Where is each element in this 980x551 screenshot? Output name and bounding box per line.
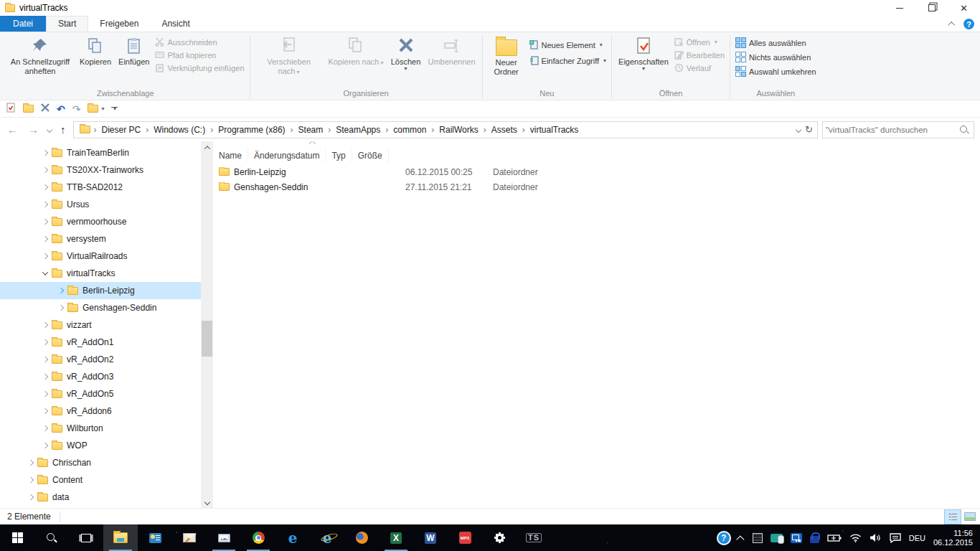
tree-item[interactable]: vR_Addon6 (0, 402, 213, 420)
language-indicator[interactable]: DEU (909, 534, 925, 542)
word-icon[interactable]: W (413, 524, 448, 551)
chevron-icon[interactable] (42, 167, 48, 173)
copy-button[interactable]: Kopieren (76, 34, 115, 68)
properties-button[interactable]: Eigenschaften ▾ (615, 34, 672, 72)
column-header[interactable]: Änderungsdatum (248, 149, 326, 162)
chevron-icon[interactable] (42, 374, 48, 380)
scroll-up-icon[interactable] (201, 141, 213, 154)
taskview-icon[interactable] (69, 524, 103, 551)
column-header[interactable]: Größe (352, 149, 389, 162)
chrome-icon[interactable] (241, 524, 275, 551)
tree-item[interactable]: vR_AddOn3 (0, 368, 213, 385)
chevron-icon[interactable] (58, 288, 64, 293)
chevron-icon[interactable] (42, 357, 48, 362)
chevron-icon[interactable] (42, 339, 48, 345)
breadcrumb-item[interactable]: RailWorks (435, 123, 482, 136)
invert-selection-button[interactable]: Auswahl umkehren (733, 65, 819, 77)
chevron-icon[interactable] (42, 269, 48, 275)
tree-item[interactable]: vR_AddOn1 (0, 334, 213, 351)
chevron-icon[interactable] (42, 253, 48, 259)
new-item-button[interactable]: Neues Element▾ (527, 39, 609, 50)
tab-freigeben[interactable]: Freigeben (88, 17, 150, 32)
chevron-icon[interactable] (42, 425, 48, 431)
breadcrumb-item[interactable]: SteamApps (331, 123, 385, 136)
qat-share-button[interactable]: ▾ (88, 105, 104, 113)
tree-item[interactable]: data (0, 489, 213, 506)
forward-button[interactable]: → (25, 123, 42, 136)
chevron-icon[interactable] (42, 219, 48, 225)
paste-shortcut-button[interactable]: Verknüpfung einfügen (153, 62, 246, 73)
grid-tray-icon[interactable] (753, 533, 763, 543)
tree-item[interactable]: virtualTracks (0, 265, 213, 282)
details-view-button[interactable] (944, 509, 961, 524)
file-row[interactable]: Berlin-Leipzig 06.12.2015 00:25 Dateiord… (213, 164, 980, 179)
breadcrumb-item[interactable]: common (389, 123, 430, 136)
search-input[interactable] (823, 126, 959, 134)
paste-button[interactable]: Einfügen (115, 34, 153, 68)
tree-item[interactable]: Ursus (0, 196, 213, 213)
chevron-icon[interactable] (42, 443, 48, 448)
firefox-icon[interactable] (344, 524, 379, 551)
tab-datei[interactable]: Datei (0, 16, 46, 32)
explorer-icon[interactable] (103, 524, 138, 551)
search-icon[interactable] (34, 524, 69, 551)
tree-item[interactable]: vR_AddOn5 (0, 385, 213, 402)
delete-button[interactable]: Löschen ▾ (387, 34, 425, 72)
open-button[interactable]: Öffnen▾ (672, 37, 727, 47)
excel-icon[interactable]: X (379, 524, 413, 551)
breadcrumb-item[interactable]: Dieser PC (98, 123, 146, 136)
help-tray-icon[interactable]: ? (717, 531, 731, 545)
new-folder-button[interactable]: Neuer Ordner (486, 34, 527, 78)
tree-item[interactable]: Content (0, 471, 213, 489)
back-button[interactable]: ← (4, 123, 21, 136)
move-to-button[interactable]: Verschieben nach▾ (253, 34, 325, 78)
qat-customize-button[interactable]: ▾ (111, 107, 118, 110)
mail-icon[interactable] (172, 524, 207, 551)
remote-control-icon[interactable] (771, 534, 783, 542)
column-header[interactable]: Typ (326, 149, 352, 162)
close-button[interactable]: ✕ (948, 0, 980, 16)
tab-ansicht[interactable]: Ansicht (150, 17, 201, 32)
speaker-icon[interactable] (870, 533, 882, 542)
tree-item[interactable]: TrainTeamBerlin (0, 144, 213, 161)
chevron-icon[interactable] (58, 305, 64, 311)
tree-item[interactable]: Berlin-Leipzig (0, 282, 213, 299)
qat-properties-button[interactable] (6, 103, 16, 115)
qat-redo-button[interactable]: ↷ (72, 104, 81, 114)
chevron-icon[interactable] (28, 460, 34, 466)
scroll-down-icon[interactable] (201, 496, 213, 508)
gear-icon[interactable] (482, 524, 517, 551)
column-header[interactable]: Name (213, 149, 248, 162)
tree-item[interactable]: Wilburton (0, 420, 213, 437)
battery-icon[interactable] (827, 534, 842, 542)
chevron-icon[interactable] (42, 202, 48, 207)
up-button[interactable]: ↑ (57, 123, 69, 136)
chevron-icon[interactable] (42, 236, 48, 242)
chevron-icon[interactable] (42, 408, 48, 414)
action-center-icon[interactable] (890, 533, 901, 543)
tree-item[interactable]: vizzart (0, 316, 213, 334)
cut-button[interactable]: Ausschneiden (153, 37, 246, 47)
monitor-icon[interactable] (207, 524, 241, 551)
search-box[interactable] (822, 121, 974, 138)
refresh-icon[interactable]: ↻ (805, 124, 813, 135)
breadcrumb-item[interactable]: virtualTracks (526, 123, 583, 136)
mp3-icon[interactable]: MP3 (448, 524, 482, 551)
tree-item[interactable]: VirtualRailroads (0, 248, 213, 265)
breadcrumb-item[interactable]: Windows (C:) (149, 123, 209, 136)
tree-item[interactable]: vR_AddOn2 (0, 351, 213, 368)
easy-access-button[interactable]: Einfacher Zugriff▾ (527, 55, 609, 66)
search-icon[interactable] (959, 125, 969, 135)
edit-button[interactable]: Bearbeiten (672, 50, 727, 60)
tab-start[interactable]: Start (46, 16, 88, 32)
tree-item[interactable]: TTB-SAD2012 (0, 179, 213, 196)
tree-item[interactable]: vernmoorhouse (0, 213, 213, 230)
history-button[interactable]: Verlauf (672, 62, 727, 73)
scrollbar-thumb[interactable] (202, 321, 212, 357)
select-none-button[interactable]: Nichts auswählen (733, 51, 819, 63)
edge-icon[interactable]: e (275, 524, 310, 551)
tree-item[interactable]: Genshagen-Seddin (0, 299, 213, 316)
chevron-icon[interactable] (42, 150, 48, 156)
address-dropdown-icon[interactable] (796, 126, 801, 132)
qat-undo-button[interactable]: ↶ (57, 104, 65, 114)
